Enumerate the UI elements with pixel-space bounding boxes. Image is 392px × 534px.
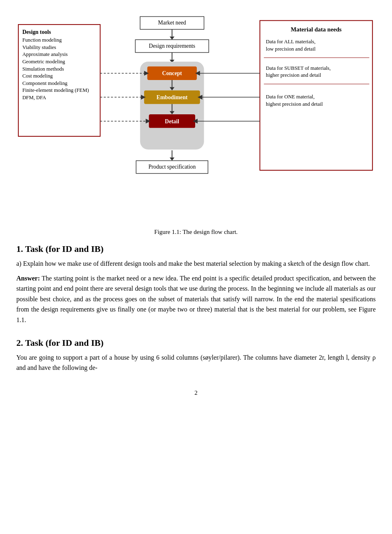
svg-text:highest precision and detail: highest precision and detail [266, 101, 323, 107]
svg-text:higher precision and detail: higher precision and detail [266, 72, 321, 78]
svg-text:Design requirements: Design requirements [149, 43, 196, 49]
svg-text:Cost modeling: Cost modeling [22, 73, 53, 79]
svg-text:Approximate analysis: Approximate analysis [22, 51, 68, 57]
section2-heading: 2. Task (for ID and IB) [16, 338, 376, 348]
answer-text: The starting point is the market need or… [40, 275, 178, 282]
page-number: 2 [16, 389, 376, 396]
section2-text: You are going to support a part of a hou… [16, 352, 376, 373]
svg-text:Data for ONE material,: Data for ONE material, [266, 94, 314, 100]
figure-caption: Figure 1.1: The design flow chart. [16, 229, 376, 236]
section1-part-a-text: a) Explain how we make use of different … [16, 260, 370, 267]
svg-text:Product specification: Product specification [148, 164, 196, 170]
svg-text:Finite-element modeling (FEM): Finite-element modeling (FEM) [22, 87, 89, 93]
svg-text:Function modeling: Function modeling [22, 37, 62, 43]
section2-heading-text: 2. Task (for ID and IB) [16, 338, 104, 348]
svg-text:Design tools: Design tools [22, 29, 51, 35]
page-number-text: 2 [194, 389, 198, 396]
section1-heading: 1. Task (for ID and IB) [16, 244, 376, 254]
svg-text:Simulation methods: Simulation methods [22, 66, 64, 72]
figure-area: Design tools Function modeling Viability… [16, 12, 376, 220]
svg-text:Viability studies: Viability studies [22, 44, 56, 50]
svg-text:Concept: Concept [162, 70, 182, 76]
svg-text:Component modeling: Component modeling [22, 80, 68, 86]
section1-part-a: a) Explain how we make use of different … [16, 258, 376, 269]
section1-heading-text: 1. Task (for ID and IB) [16, 244, 104, 254]
section2-body-text: You are going to support a part of a hou… [16, 354, 376, 372]
svg-text:Material data needs: Material data needs [291, 26, 342, 33]
figure-caption-text: Figure 1.1: The design flow chart. [154, 229, 238, 235]
svg-marker-31 [169, 158, 174, 161]
svg-text:Geometric modeling: Geometric modeling [22, 59, 65, 65]
svg-text:low precision and detail: low precision and detail [266, 46, 316, 52]
svg-text:Embodiment: Embodiment [156, 94, 187, 100]
section1-answer: Answer: The starting point is the market… [16, 273, 376, 325]
svg-text:Data for SUBSET of materials,: Data for SUBSET of materials, [266, 65, 331, 71]
diagram-svg: Design tools Function modeling Viability… [16, 12, 376, 220]
svg-text:Data for ALL materials,: Data for ALL materials, [266, 39, 316, 44]
svg-text:Detail: Detail [165, 118, 179, 125]
svg-text:DFM, DFA: DFM, DFA [22, 95, 47, 100]
answer-continuation: The end point is a specific detailed pro… [16, 275, 376, 323]
svg-marker-14 [169, 36, 174, 40]
answer-label: Answer: [16, 275, 40, 282]
svg-text:Market need: Market need [158, 20, 186, 26]
